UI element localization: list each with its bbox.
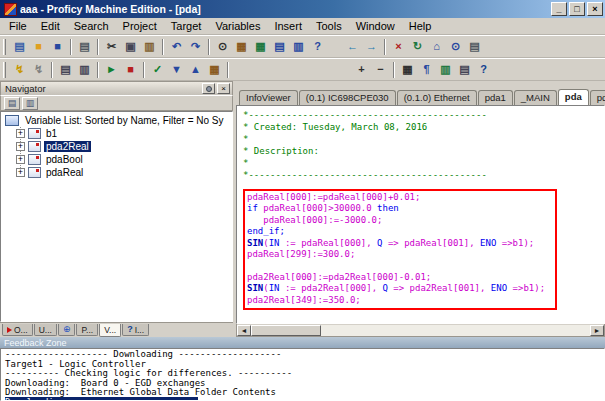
nav-tab-project[interactable]: P... xyxy=(76,324,98,336)
word-wrap-icon[interactable]: ¶ xyxy=(417,61,436,78)
web-back-icon[interactable]: ← xyxy=(343,38,362,55)
minimize-button[interactable]: _ xyxy=(551,2,567,16)
code-segment: IN xyxy=(269,238,280,248)
variable-tree: Variable List: Sorted by Name, Filter = … xyxy=(0,111,233,322)
navigator-float-view-icon[interactable]: ▥ xyxy=(22,97,38,110)
comment-line: * Created: Tuesday, March 08, 2016 xyxy=(243,121,604,133)
code-segment: if xyxy=(247,203,263,213)
tree-root-variable-list[interactable]: Variable List: Sorted by Name, Filter = … xyxy=(3,114,232,127)
find-icon[interactable]: ⊙ xyxy=(213,38,232,55)
menu-item-file[interactable]: File xyxy=(2,19,34,33)
menu-item-variables[interactable]: Variables xyxy=(208,19,267,33)
web-print-icon[interactable]: ▤ xyxy=(465,38,484,55)
toolbar-separator xyxy=(97,62,99,78)
print-icon-glyph: ▤ xyxy=(79,41,89,52)
tree-item-pdaReal[interactable]: +pdaReal xyxy=(3,166,232,179)
stop-target-icon[interactable]: ■ xyxy=(121,61,140,78)
editor-tab-0-1-0-ethernet[interactable]: (0.1.0) Ethernet xyxy=(397,90,477,105)
undo-icon[interactable]: ↶ xyxy=(167,38,186,55)
code-line: SIN(IN := pdaReal[000], Q => pdaReal[001… xyxy=(247,238,545,249)
go-online-icon[interactable]: ↯ xyxy=(10,61,29,78)
tree-item-pda2Real[interactable]: +pda2Real xyxy=(3,140,232,153)
tree-item-b1[interactable]: +b1 xyxy=(3,127,232,140)
menu-item-tools[interactable]: Tools xyxy=(309,19,349,33)
programmer-mode-icon[interactable]: ▤ xyxy=(56,61,75,78)
redo-icon[interactable]: ↷ xyxy=(186,38,205,55)
data-watch-icon[interactable]: ▦ xyxy=(251,38,270,55)
web-home-icon-glyph: ⌂ xyxy=(433,41,440,52)
clear-folder-icon[interactable]: ▦ xyxy=(205,61,224,78)
nav-tab-variables[interactable]: V... xyxy=(99,324,121,337)
expand-icon[interactable]: + xyxy=(16,142,25,151)
toolbar-handle[interactable] xyxy=(3,62,6,78)
cut-icon[interactable]: ✂ xyxy=(102,38,121,55)
tree-item-pdaBool[interactable]: +pdaBool xyxy=(3,153,232,166)
options-icon[interactable]: ▤ xyxy=(455,61,474,78)
zoom-out-icon[interactable]: − xyxy=(371,61,390,78)
toolbar-separator xyxy=(384,39,386,55)
menu-item-search[interactable]: Search xyxy=(67,19,116,33)
cross-reference-icon[interactable]: ▥ xyxy=(436,61,455,78)
validate-icon[interactable]: ✓ xyxy=(148,61,167,78)
start-target-icon[interactable]: ► xyxy=(102,61,121,78)
navigator-close-button[interactable]: × xyxy=(217,83,230,94)
toolbar-handle[interactable] xyxy=(3,39,6,55)
nav-tab-infoview[interactable]: ?I... xyxy=(122,324,149,336)
grid-view-icon[interactable]: ▦ xyxy=(398,61,417,78)
web-forward-icon[interactable]: → xyxy=(362,38,381,55)
feedback-zone-icon[interactable]: ▥ xyxy=(289,38,308,55)
code-segment: SIN xyxy=(247,283,263,293)
menu-item-target[interactable]: Target xyxy=(164,19,209,33)
editor-body[interactable]: *---------------------------------------… xyxy=(236,105,605,324)
toolchest-icon[interactable]: ▦ xyxy=(232,38,251,55)
expand-icon[interactable]: + xyxy=(16,129,25,138)
upload-icon[interactable]: ▲ xyxy=(186,61,205,78)
feedback-zone-body[interactable]: ------------------- Downloading --------… xyxy=(0,348,605,401)
zoom-in-icon-glyph: + xyxy=(358,64,364,75)
web-refresh-icon[interactable]: ↻ xyxy=(408,38,427,55)
scroll-right-icon[interactable]: ► xyxy=(590,325,604,336)
editor-tab-0-1-ic698cpe030[interactable]: (0.1) IC698CPE030 xyxy=(299,90,396,105)
scroll-left-icon[interactable]: ◄ xyxy=(237,325,251,336)
menu-item-edit[interactable]: Edit xyxy=(34,19,67,33)
expand-icon[interactable]: + xyxy=(16,155,25,164)
monitor-mode-icon[interactable]: ▥ xyxy=(75,61,94,78)
nav-tab-utilities[interactable]: U... xyxy=(34,324,57,336)
web-search-icon[interactable]: ⊙ xyxy=(446,38,465,55)
maximize-button[interactable]: □ xyxy=(569,2,585,16)
web-home-icon[interactable]: ⌂ xyxy=(427,38,446,55)
scrollbar-track[interactable] xyxy=(321,325,590,336)
editor-tab-pd[interactable]: pd xyxy=(590,90,605,105)
companion-help-icon[interactable]: ? xyxy=(308,38,327,55)
navigator-pin-button[interactable] xyxy=(202,83,215,94)
save-icon[interactable]: ■ xyxy=(48,38,67,55)
expand-icon[interactable]: + xyxy=(16,168,25,177)
app-icon[interactable] xyxy=(4,3,17,16)
menu-item-window[interactable]: Window xyxy=(349,19,402,33)
editor-tab-infoviewer[interactable]: InfoViewer xyxy=(239,90,298,105)
feedback-line-text: Downloading: Ethernet Global Data Folder… xyxy=(5,387,276,397)
menu-item-project[interactable]: Project xyxy=(116,19,164,33)
editor-tab-pda1[interactable]: pda1 xyxy=(478,90,513,105)
zoom-in-icon[interactable]: + xyxy=(352,61,371,78)
nav-tab-options[interactable]: O... xyxy=(2,324,33,336)
open-folder-icon[interactable]: ■ xyxy=(29,38,48,55)
code-line: end_if; xyxy=(247,226,545,237)
navigator-tabs-view-icon[interactable]: ▤ xyxy=(4,97,20,110)
editor-tab-main[interactable]: _MAIN xyxy=(514,90,557,105)
new-document-icon[interactable]: ▤ xyxy=(10,38,29,55)
inspector-icon[interactable]: ▤ xyxy=(270,38,289,55)
download-icon[interactable]: ▼ xyxy=(167,61,186,78)
copy-icon[interactable]: ▣ xyxy=(121,38,140,55)
editor-tab-pda[interactable]: pda xyxy=(558,89,589,105)
menu-item-help[interactable]: Help xyxy=(402,19,439,33)
menu-item-insert[interactable]: Insert xyxy=(267,19,309,33)
close-button[interactable]: × xyxy=(587,2,603,16)
nav-tab-web[interactable]: ⊕ xyxy=(58,324,76,336)
print-icon[interactable]: ▤ xyxy=(75,38,94,55)
paste-icon[interactable]: ▥ xyxy=(140,38,159,55)
go-offline-icon[interactable]: ↯ xyxy=(29,61,48,78)
help-icon[interactable]: ? xyxy=(474,61,493,78)
scrollbar-thumb[interactable] xyxy=(251,325,321,336)
web-stop-icon[interactable]: × xyxy=(389,38,408,55)
